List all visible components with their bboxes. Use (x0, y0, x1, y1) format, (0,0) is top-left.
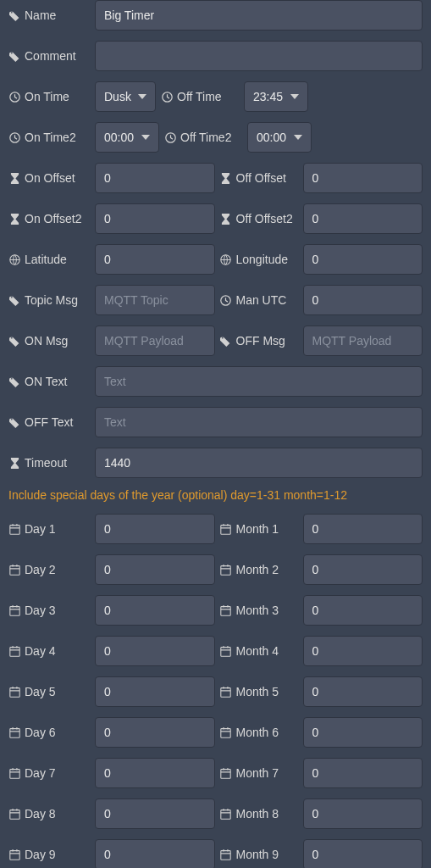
longitude-label: Longitude (236, 253, 289, 266)
off-text-input[interactable] (95, 407, 423, 437)
hourglass-icon (8, 457, 20, 469)
longitude-input[interactable] (303, 244, 423, 275)
month-label: Month 4 (236, 644, 279, 658)
calendar-icon (8, 604, 20, 616)
month-label: Month 9 (236, 848, 279, 861)
on-text-input[interactable] (95, 366, 423, 397)
tag-icon (8, 50, 20, 62)
day-input[interactable] (95, 514, 215, 544)
globe-icon (8, 253, 20, 265)
on-msg-input[interactable] (95, 326, 215, 356)
man-utc-label: Man UTC (236, 293, 287, 307)
day-label: Day 3 (25, 604, 56, 617)
off-time-select[interactable]: 23:45 (244, 81, 308, 112)
name-input[interactable] (95, 0, 423, 31)
month-input[interactable] (303, 554, 423, 585)
on-time-select[interactable]: Dusk (95, 81, 156, 112)
month-input[interactable] (303, 676, 423, 707)
clock-icon (161, 91, 173, 103)
timeout-input[interactable] (95, 448, 423, 478)
month-label: Month 1 (236, 522, 279, 536)
calendar-icon (220, 808, 232, 820)
month-label: Month 3 (236, 604, 279, 617)
special-day-row: Day 7Month 7 (8, 758, 423, 788)
on-offset-input[interactable] (95, 163, 215, 193)
svg-rect-16 (221, 687, 230, 697)
day-label: Day 2 (25, 563, 56, 576)
off-time-label: Off Time (177, 90, 222, 103)
comment-input[interactable] (95, 41, 423, 71)
calendar-icon (8, 849, 20, 860)
special-day-row: Day 9Month 9 (8, 839, 423, 868)
special-day-row: Day 1Month 1 (8, 514, 423, 544)
on-time2-select[interactable]: 00:00 (95, 122, 159, 153)
svg-rect-21 (9, 810, 19, 819)
clock-icon (164, 131, 176, 143)
day-input[interactable] (95, 717, 215, 748)
off-msg-input[interactable] (303, 326, 423, 356)
tag-icon (8, 9, 20, 21)
tag-icon (220, 335, 232, 347)
off-offset-input[interactable] (303, 163, 423, 193)
svg-rect-20 (221, 769, 230, 778)
off-offset2-input[interactable] (303, 203, 423, 234)
clock-icon (220, 294, 232, 306)
day-input[interactable] (95, 758, 215, 788)
day-input[interactable] (95, 676, 215, 707)
month-input[interactable] (303, 595, 423, 626)
tag-icon (8, 376, 20, 387)
svg-rect-9 (9, 565, 19, 575)
month-input[interactable] (303, 717, 423, 748)
calendar-icon (220, 645, 232, 657)
tag-icon (8, 335, 20, 347)
day-input[interactable] (95, 595, 215, 626)
comment-label: Comment (25, 49, 76, 63)
off-text-label: OFF Text (25, 415, 73, 429)
latitude-input[interactable] (95, 244, 215, 275)
svg-rect-11 (9, 606, 19, 615)
svg-rect-18 (221, 728, 230, 737)
off-time2-select[interactable]: 00:00 (247, 122, 312, 153)
month-input[interactable] (303, 636, 423, 666)
clock-icon (8, 91, 20, 103)
day-input[interactable] (95, 798, 215, 829)
day-label: Day 7 (25, 766, 56, 780)
special-day-row: Day 6Month 6 (8, 717, 423, 748)
man-utc-input[interactable] (303, 285, 423, 315)
svg-rect-10 (221, 565, 230, 575)
calendar-icon (220, 523, 232, 535)
name-label: Name (25, 8, 56, 22)
month-input[interactable] (303, 514, 423, 544)
day-input[interactable] (95, 554, 215, 585)
month-input[interactable] (303, 839, 423, 868)
month-label: Month 5 (236, 685, 279, 698)
on-offset2-input[interactable] (95, 203, 215, 234)
day-input[interactable] (95, 839, 215, 868)
svg-rect-13 (9, 647, 19, 656)
month-input[interactable] (303, 798, 423, 829)
svg-rect-14 (221, 647, 230, 656)
svg-rect-24 (221, 850, 230, 860)
calendar-icon (8, 645, 20, 657)
svg-rect-23 (9, 850, 19, 860)
svg-rect-19 (9, 769, 19, 778)
clock-icon (8, 131, 20, 143)
off-offset-label: Off Offset (236, 171, 286, 185)
calendar-icon (8, 726, 20, 738)
month-input[interactable] (303, 758, 423, 788)
off-msg-label: OFF Msg (236, 334, 285, 348)
calendar-icon (8, 808, 20, 820)
hourglass-icon (220, 213, 232, 225)
globe-icon (220, 253, 232, 265)
svg-rect-12 (221, 606, 230, 615)
on-text-label: ON Text (25, 375, 67, 388)
on-time-label: On Time (25, 90, 69, 103)
day-label: Day 6 (25, 726, 56, 739)
latitude-label: Latitude (25, 253, 67, 266)
on-offset-label: On Offset (25, 171, 75, 185)
calendar-icon (8, 564, 20, 576)
on-msg-label: ON Msg (25, 334, 68, 348)
day-input[interactable] (95, 636, 215, 666)
topic-msg-input[interactable] (95, 285, 215, 315)
month-label: Month 6 (236, 726, 279, 739)
